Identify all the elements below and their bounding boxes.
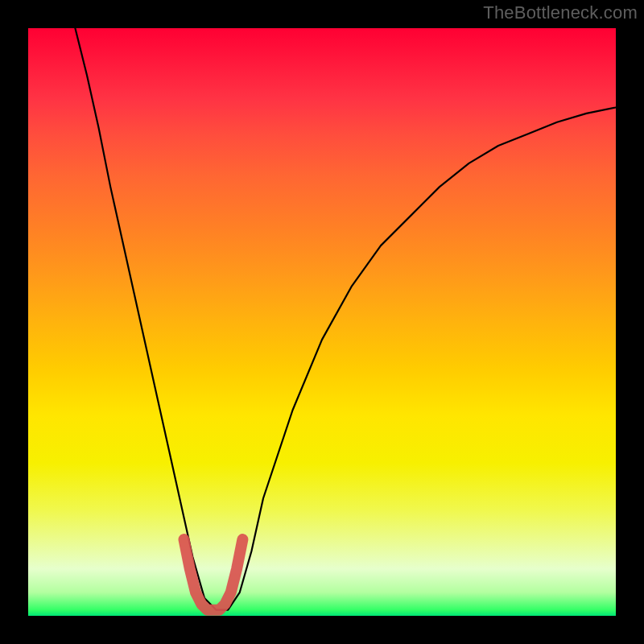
black-curve	[75, 28, 616, 610]
chart-frame: TheBottleneck.com	[0, 0, 644, 644]
red-marker-overlay	[184, 539, 243, 610]
plot-area	[28, 28, 616, 616]
watermark-text: TheBottleneck.com	[483, 2, 638, 23]
curve-layer	[28, 28, 616, 616]
